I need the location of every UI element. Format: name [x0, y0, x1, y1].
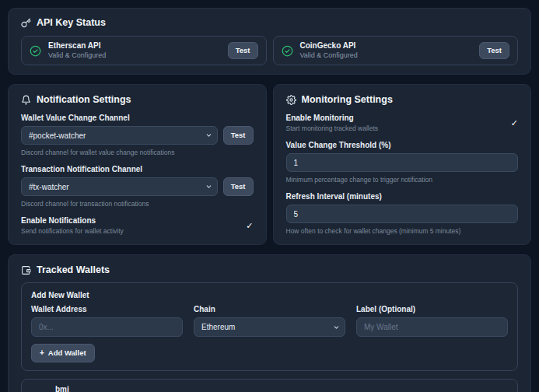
- plus-icon: +: [40, 349, 44, 357]
- refresh-interval-helper: How often to check for wallet changes (m…: [286, 227, 519, 235]
- api-item-text: Etherscan API Valid & Configured: [48, 41, 221, 60]
- api-item-text: CoinGecko API Valid & Configured: [300, 41, 473, 60]
- wallet-label-input[interactable]: [356, 317, 508, 337]
- add-wallet-button[interactable]: + Add Wallet: [31, 344, 95, 362]
- test-etherscan-button[interactable]: Test: [228, 42, 258, 59]
- threshold-input[interactable]: [286, 153, 519, 172]
- add-wallet-title: Add New Wallet: [31, 291, 508, 299]
- tracked-wallets-card: Tracked Wallets Add New Wallet Wallet Ad…: [8, 254, 531, 392]
- transaction-channel-select[interactable]: #tx-watcher: [21, 177, 218, 196]
- wallet-label-label: Label (Optional): [356, 305, 508, 313]
- threshold-label: Value Change Threshold (%): [286, 141, 519, 149]
- api-grid: Etherscan API Valid & Configured Test Co…: [21, 36, 518, 65]
- test-value-channel-button[interactable]: Test: [223, 126, 254, 145]
- wallet-value-channel-select[interactable]: #pocket-watcher: [21, 126, 218, 145]
- monitoring-settings-header: Monitoring Settings: [286, 94, 519, 105]
- chain-select-wrap: Ethereum: [194, 317, 345, 337]
- chain-select[interactable]: Ethereum: [194, 317, 345, 337]
- refresh-interval-input[interactable]: [286, 205, 519, 223]
- section-title-text: Monitoring Settings: [302, 94, 393, 105]
- enable-notifications-row[interactable]: Enable Notifications Send notifications …: [21, 216, 254, 235]
- enable-monitoring-label: Enable Monitoring: [286, 114, 379, 123]
- transaction-channel-select-wrap: #tx-watcher: [21, 177, 218, 196]
- wallet-value-channel-label: Wallet Value Change Channel: [21, 114, 254, 122]
- test-transaction-channel-button[interactable]: Test: [223, 177, 254, 196]
- threshold-helper: Minimum percentage change to trigger not…: [286, 176, 519, 184]
- chain-field: Chain Ethereum: [194, 305, 345, 337]
- settings-row: Notification Settings Wallet Value Chang…: [8, 84, 531, 245]
- check-icon[interactable]: ✓: [246, 222, 253, 230]
- add-wallet-button-label: Add Wallet: [48, 349, 86, 357]
- api-item-coingecko: CoinGecko API Valid & Configured Test: [273, 36, 519, 65]
- api-status: Valid & Configured: [300, 51, 473, 60]
- wallet-list-item: bmj 0xf702f938d243ac104b93a5537778ead883…: [21, 379, 518, 392]
- notification-settings-card: Notification Settings Wallet Value Chang…: [8, 84, 267, 245]
- section-title-text: Tracked Wallets: [37, 264, 110, 275]
- api-status: Valid & Configured: [48, 51, 221, 60]
- label-field: Label (Optional): [356, 305, 508, 337]
- enable-notifications-text: Enable Notifications Send notifications …: [21, 216, 124, 235]
- api-name: CoinGecko API: [300, 41, 473, 51]
- api-name: Etherscan API: [48, 41, 221, 51]
- transaction-channel-helper: Discord channel for transaction notifica…: [21, 200, 254, 208]
- enable-notifications-label: Enable Notifications: [21, 216, 124, 226]
- transaction-channel-row: #tx-watcher Test: [21, 177, 254, 196]
- circle-check-icon: [282, 45, 293, 57]
- test-coingecko-button[interactable]: Test: [479, 42, 509, 59]
- enable-monitoring-text: Enable Monitoring Start monitoring track…: [286, 114, 379, 132]
- wallet-icon: [21, 265, 31, 275]
- wallet-value-channel-select-wrap: #pocket-watcher: [21, 126, 218, 145]
- gear-icon: [286, 95, 296, 105]
- wallet-name: bmj: [55, 385, 487, 392]
- tracked-wallets-header: Tracked Wallets: [21, 264, 518, 275]
- transaction-channel-label: Transaction Notification Channel: [21, 165, 254, 173]
- wallet-address-input[interactable]: [31, 317, 183, 337]
- bell-icon: [21, 95, 31, 105]
- enable-monitoring-row[interactable]: Enable Monitoring Start monitoring track…: [286, 114, 519, 132]
- section-title-text: API Key Status: [37, 17, 106, 28]
- wallet-info: bmj 0xf702f938d243ac104b93a5537778ead883…: [55, 385, 487, 392]
- refresh-interval-label: Refresh Interval (minutes): [286, 192, 519, 201]
- key-icon: [21, 18, 31, 28]
- add-wallet-form: Wallet Address Chain Ethereum Label (Opt…: [31, 305, 508, 337]
- section-title-text: Notification Settings: [37, 94, 131, 105]
- monitoring-settings-card: Monitoring Settings Enable Monitoring St…: [273, 84, 532, 245]
- circle-check-icon: [30, 45, 41, 57]
- api-item-etherscan: Etherscan API Valid & Configured Test: [21, 36, 267, 65]
- wallet-address-label: Wallet Address: [31, 305, 183, 313]
- wallet-address-field: Wallet Address: [31, 305, 183, 337]
- notification-settings-header: Notification Settings: [21, 94, 254, 105]
- enable-monitoring-helper: Start monitoring tracked wallets: [286, 124, 379, 132]
- api-key-status-header: API Key Status: [21, 17, 518, 28]
- enable-notifications-helper: Send notifications for wallet activity: [21, 227, 124, 235]
- check-icon[interactable]: ✓: [511, 119, 518, 128]
- chain-label: Chain: [194, 305, 345, 313]
- wallet-value-channel-row: #pocket-watcher Test: [21, 126, 254, 145]
- wallet-value-channel-helper: Discord channel for wallet value change …: [21, 149, 254, 156]
- add-wallet-box: Add New Wallet Wallet Address Chain Ethe…: [21, 282, 518, 371]
- api-key-status-card: API Key Status Etherscan API Valid & Con…: [8, 8, 531, 75]
